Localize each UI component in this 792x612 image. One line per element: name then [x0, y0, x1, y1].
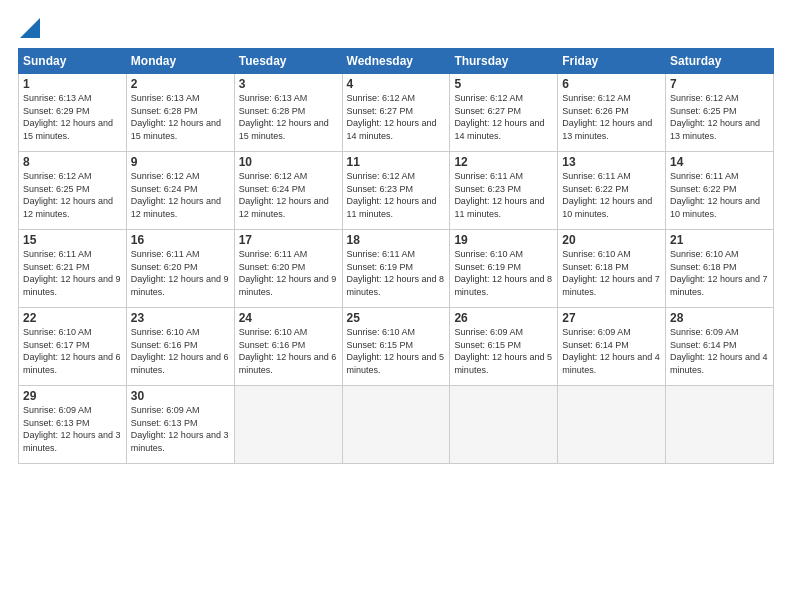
calendar-day-cell: 6Sunrise: 6:12 AMSunset: 6:26 PMDaylight…	[558, 74, 666, 152]
day-number: 21	[670, 233, 769, 247]
calendar-day-cell: 27Sunrise: 6:09 AMSunset: 6:14 PMDayligh…	[558, 308, 666, 386]
day-number: 26	[454, 311, 553, 325]
day-number: 29	[23, 389, 122, 403]
logo-triangle-icon	[20, 18, 40, 38]
calendar-week-row: 1Sunrise: 6:13 AMSunset: 6:29 PMDaylight…	[19, 74, 774, 152]
day-number: 20	[562, 233, 661, 247]
calendar-day-cell: 1Sunrise: 6:13 AMSunset: 6:29 PMDaylight…	[19, 74, 127, 152]
day-number: 11	[347, 155, 446, 169]
calendar-day-cell: 19Sunrise: 6:10 AMSunset: 6:19 PMDayligh…	[450, 230, 558, 308]
day-number: 15	[23, 233, 122, 247]
day-sun-info: Sunrise: 6:13 AMSunset: 6:28 PMDaylight:…	[239, 92, 338, 142]
calendar-day-cell: 17Sunrise: 6:11 AMSunset: 6:20 PMDayligh…	[234, 230, 342, 308]
day-sun-info: Sunrise: 6:11 AMSunset: 6:23 PMDaylight:…	[454, 170, 553, 220]
day-sun-info: Sunrise: 6:10 AMSunset: 6:19 PMDaylight:…	[454, 248, 553, 298]
calendar-day-cell	[342, 386, 450, 464]
day-number: 19	[454, 233, 553, 247]
calendar-day-cell: 8Sunrise: 6:12 AMSunset: 6:25 PMDaylight…	[19, 152, 127, 230]
day-number: 14	[670, 155, 769, 169]
calendar-day-cell: 12Sunrise: 6:11 AMSunset: 6:23 PMDayligh…	[450, 152, 558, 230]
day-sun-info: Sunrise: 6:09 AMSunset: 6:14 PMDaylight:…	[670, 326, 769, 376]
calendar-week-row: 29Sunrise: 6:09 AMSunset: 6:13 PMDayligh…	[19, 386, 774, 464]
calendar-day-cell: 24Sunrise: 6:10 AMSunset: 6:16 PMDayligh…	[234, 308, 342, 386]
day-number: 5	[454, 77, 553, 91]
day-number: 30	[131, 389, 230, 403]
calendar-day-cell: 3Sunrise: 6:13 AMSunset: 6:28 PMDaylight…	[234, 74, 342, 152]
calendar-week-row: 8Sunrise: 6:12 AMSunset: 6:25 PMDaylight…	[19, 152, 774, 230]
calendar-week-row: 15Sunrise: 6:11 AMSunset: 6:21 PMDayligh…	[19, 230, 774, 308]
day-number: 24	[239, 311, 338, 325]
day-number: 4	[347, 77, 446, 91]
day-sun-info: Sunrise: 6:10 AMSunset: 6:16 PMDaylight:…	[131, 326, 230, 376]
day-of-week-header: Friday	[558, 49, 666, 74]
day-number: 2	[131, 77, 230, 91]
calendar-day-cell: 25Sunrise: 6:10 AMSunset: 6:15 PMDayligh…	[342, 308, 450, 386]
calendar-day-cell: 15Sunrise: 6:11 AMSunset: 6:21 PMDayligh…	[19, 230, 127, 308]
day-sun-info: Sunrise: 6:12 AMSunset: 6:25 PMDaylight:…	[670, 92, 769, 142]
day-sun-info: Sunrise: 6:12 AMSunset: 6:24 PMDaylight:…	[239, 170, 338, 220]
day-number: 23	[131, 311, 230, 325]
calendar-day-cell	[558, 386, 666, 464]
day-number: 10	[239, 155, 338, 169]
calendar-day-cell: 9Sunrise: 6:12 AMSunset: 6:24 PMDaylight…	[126, 152, 234, 230]
day-of-week-header: Sunday	[19, 49, 127, 74]
day-sun-info: Sunrise: 6:12 AMSunset: 6:24 PMDaylight:…	[131, 170, 230, 220]
day-number: 6	[562, 77, 661, 91]
day-sun-info: Sunrise: 6:12 AMSunset: 6:27 PMDaylight:…	[347, 92, 446, 142]
day-of-week-header: Monday	[126, 49, 234, 74]
day-number: 16	[131, 233, 230, 247]
day-sun-info: Sunrise: 6:09 AMSunset: 6:15 PMDaylight:…	[454, 326, 553, 376]
calendar-day-cell: 26Sunrise: 6:09 AMSunset: 6:15 PMDayligh…	[450, 308, 558, 386]
calendar-day-cell: 14Sunrise: 6:11 AMSunset: 6:22 PMDayligh…	[666, 152, 774, 230]
calendar-day-cell: 29Sunrise: 6:09 AMSunset: 6:13 PMDayligh…	[19, 386, 127, 464]
day-sun-info: Sunrise: 6:10 AMSunset: 6:17 PMDaylight:…	[23, 326, 122, 376]
calendar-day-cell: 11Sunrise: 6:12 AMSunset: 6:23 PMDayligh…	[342, 152, 450, 230]
day-number: 17	[239, 233, 338, 247]
header	[18, 18, 774, 38]
calendar-day-cell	[234, 386, 342, 464]
day-of-week-header: Tuesday	[234, 49, 342, 74]
day-sun-info: Sunrise: 6:12 AMSunset: 6:25 PMDaylight:…	[23, 170, 122, 220]
day-of-week-header: Thursday	[450, 49, 558, 74]
calendar-day-cell: 10Sunrise: 6:12 AMSunset: 6:24 PMDayligh…	[234, 152, 342, 230]
calendar-body: 1Sunrise: 6:13 AMSunset: 6:29 PMDaylight…	[19, 74, 774, 464]
day-number: 8	[23, 155, 122, 169]
day-number: 22	[23, 311, 122, 325]
logo	[18, 18, 40, 38]
day-number: 27	[562, 311, 661, 325]
calendar-day-cell	[666, 386, 774, 464]
day-sun-info: Sunrise: 6:12 AMSunset: 6:26 PMDaylight:…	[562, 92, 661, 142]
day-number: 25	[347, 311, 446, 325]
day-sun-info: Sunrise: 6:11 AMSunset: 6:21 PMDaylight:…	[23, 248, 122, 298]
day-sun-info: Sunrise: 6:11 AMSunset: 6:20 PMDaylight:…	[239, 248, 338, 298]
day-sun-info: Sunrise: 6:11 AMSunset: 6:19 PMDaylight:…	[347, 248, 446, 298]
calendar-day-cell: 18Sunrise: 6:11 AMSunset: 6:19 PMDayligh…	[342, 230, 450, 308]
day-sun-info: Sunrise: 6:10 AMSunset: 6:18 PMDaylight:…	[562, 248, 661, 298]
day-of-week-header: Saturday	[666, 49, 774, 74]
day-number: 3	[239, 77, 338, 91]
day-number: 28	[670, 311, 769, 325]
day-sun-info: Sunrise: 6:11 AMSunset: 6:22 PMDaylight:…	[562, 170, 661, 220]
calendar-day-cell: 16Sunrise: 6:11 AMSunset: 6:20 PMDayligh…	[126, 230, 234, 308]
day-number: 18	[347, 233, 446, 247]
calendar-day-cell: 7Sunrise: 6:12 AMSunset: 6:25 PMDaylight…	[666, 74, 774, 152]
calendar: SundayMondayTuesdayWednesdayThursdayFrid…	[18, 48, 774, 464]
calendar-day-cell: 30Sunrise: 6:09 AMSunset: 6:13 PMDayligh…	[126, 386, 234, 464]
calendar-header-row: SundayMondayTuesdayWednesdayThursdayFrid…	[19, 49, 774, 74]
day-sun-info: Sunrise: 6:13 AMSunset: 6:29 PMDaylight:…	[23, 92, 122, 142]
day-number: 13	[562, 155, 661, 169]
calendar-day-cell: 13Sunrise: 6:11 AMSunset: 6:22 PMDayligh…	[558, 152, 666, 230]
day-number: 1	[23, 77, 122, 91]
calendar-day-cell: 20Sunrise: 6:10 AMSunset: 6:18 PMDayligh…	[558, 230, 666, 308]
calendar-day-cell	[450, 386, 558, 464]
day-sun-info: Sunrise: 6:11 AMSunset: 6:20 PMDaylight:…	[131, 248, 230, 298]
day-sun-info: Sunrise: 6:09 AMSunset: 6:14 PMDaylight:…	[562, 326, 661, 376]
calendar-day-cell: 28Sunrise: 6:09 AMSunset: 6:14 PMDayligh…	[666, 308, 774, 386]
calendar-day-cell: 2Sunrise: 6:13 AMSunset: 6:28 PMDaylight…	[126, 74, 234, 152]
day-sun-info: Sunrise: 6:11 AMSunset: 6:22 PMDaylight:…	[670, 170, 769, 220]
day-sun-info: Sunrise: 6:13 AMSunset: 6:28 PMDaylight:…	[131, 92, 230, 142]
calendar-day-cell: 21Sunrise: 6:10 AMSunset: 6:18 PMDayligh…	[666, 230, 774, 308]
svg-marker-0	[20, 18, 40, 38]
calendar-day-cell: 22Sunrise: 6:10 AMSunset: 6:17 PMDayligh…	[19, 308, 127, 386]
day-sun-info: Sunrise: 6:12 AMSunset: 6:23 PMDaylight:…	[347, 170, 446, 220]
